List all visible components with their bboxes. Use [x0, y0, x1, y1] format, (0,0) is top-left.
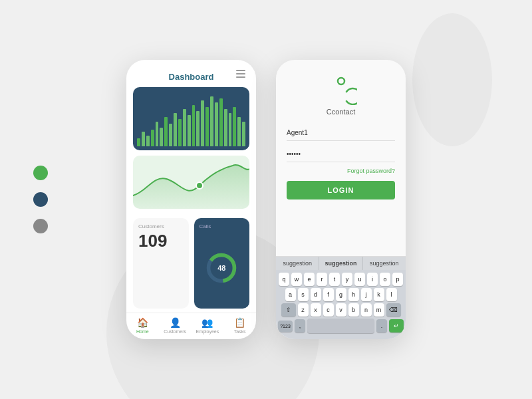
- line-chart-point: [196, 182, 203, 189]
- bar-16: [210, 96, 213, 146]
- key-d[interactable]: d: [311, 288, 321, 301]
- gray-dot: [33, 219, 48, 233]
- login-button[interactable]: LOGIN: [287, 181, 395, 200]
- calls-label: Calls: [200, 223, 245, 229]
- key-row-4: ?123 , . ↵: [278, 319, 404, 333]
- bar-14: [201, 100, 204, 146]
- bar-13: [196, 111, 200, 146]
- bar-3: [151, 130, 154, 146]
- suggestion-1[interactable]: suggestion: [276, 257, 319, 270]
- app-logo: [325, 73, 357, 105]
- key-row-3: ⇧ z x c v b n m ⌫: [278, 303, 404, 317]
- bottom-nav: 🏠 Home 👤 Customers 👥 Employees 📋 Tasks: [126, 313, 256, 339]
- dashboard-header: Dashboard: [126, 60, 256, 87]
- nav-customers-label: Customers: [164, 329, 186, 334]
- key-h[interactable]: h: [348, 288, 359, 301]
- username-input[interactable]: [287, 125, 395, 141]
- key-a[interactable]: a: [285, 288, 296, 301]
- key-c[interactable]: c: [323, 303, 334, 317]
- key-shift[interactable]: ⇧: [281, 303, 296, 317]
- forgot-password-link[interactable]: Forgot password?: [287, 168, 395, 174]
- key-space[interactable]: [307, 319, 374, 333]
- bar-10: [183, 109, 186, 146]
- key-s[interactable]: s: [298, 288, 309, 301]
- color-palette: [33, 166, 48, 233]
- line-chart-svg: [133, 156, 249, 209]
- bar-8: [174, 113, 177, 146]
- bar-6: [164, 117, 168, 146]
- bar-18: [219, 98, 223, 146]
- key-row-1: q w e r t y u i o p: [278, 273, 404, 286]
- bg-circle-right: [412, 13, 492, 146]
- login-phone: Ccontact Forgot password? LOGIN suggesti…: [276, 60, 406, 339]
- customers-card: Customers 109: [133, 218, 189, 309]
- bar-7: [169, 124, 172, 146]
- nav-tasks[interactable]: 📋 Tasks: [223, 317, 256, 334]
- bar-19: [224, 109, 227, 146]
- hamburger-line-1: [236, 70, 245, 71]
- key-x[interactable]: x: [311, 303, 321, 317]
- key-b[interactable]: b: [348, 303, 359, 317]
- bar-12: [192, 105, 196, 147]
- key-f[interactable]: f: [323, 288, 334, 301]
- key-j[interactable]: j: [361, 288, 372, 301]
- key-period[interactable]: .: [376, 319, 387, 332]
- bar-22: [237, 117, 241, 146]
- key-t[interactable]: t: [329, 273, 340, 286]
- key-y[interactable]: y: [342, 273, 352, 286]
- key-z[interactable]: z: [298, 303, 309, 317]
- key-q[interactable]: q: [279, 273, 289, 286]
- green-dot: [33, 166, 48, 180]
- nav-employees-label: Employees: [196, 329, 219, 334]
- key-backspace[interactable]: ⌫: [386, 303, 401, 317]
- key-i[interactable]: i: [367, 273, 378, 286]
- navy-dot: [33, 192, 48, 207]
- key-p[interactable]: p: [392, 273, 403, 286]
- nav-tasks-label: Tasks: [234, 329, 246, 334]
- key-m[interactable]: m: [374, 303, 384, 317]
- key-symbols[interactable]: ?123: [278, 321, 293, 332]
- key-n[interactable]: n: [361, 303, 372, 317]
- donut-chart-wrap: 48: [200, 232, 245, 303]
- hamburger-line-3: [236, 76, 245, 78]
- bar-20: [229, 113, 232, 146]
- key-v[interactable]: v: [336, 303, 346, 317]
- key-u[interactable]: u: [354, 273, 365, 286]
- line-chart: [133, 156, 249, 209]
- suggestion-2[interactable]: suggestion: [319, 257, 362, 270]
- key-w[interactable]: w: [291, 273, 302, 286]
- dashboard-phone: Dashboard: [126, 60, 256, 339]
- keyboard-suggestions: suggestion suggestion suggestion: [276, 256, 406, 270]
- nav-home-label: Home: [136, 329, 149, 334]
- app-name: Ccontact: [327, 108, 355, 116]
- key-l[interactable]: l: [386, 288, 397, 301]
- customers-value: 109: [138, 232, 184, 249]
- calls-card: Calls 48: [194, 218, 250, 309]
- key-r[interactable]: r: [317, 273, 327, 286]
- dashboard-title: Dashboard: [169, 72, 214, 82]
- key-o[interactable]: o: [380, 273, 390, 286]
- key-enter[interactable]: ↵: [389, 319, 404, 332]
- key-g[interactable]: g: [336, 288, 346, 301]
- bar-9: [178, 119, 182, 146]
- employees-icon: 👥: [201, 317, 213, 328]
- password-input[interactable]: [287, 146, 395, 162]
- hamburger-menu[interactable]: [236, 70, 245, 78]
- suggestion-3[interactable]: suggestion: [363, 257, 406, 270]
- bar-0: [137, 138, 140, 147]
- bar-1: [142, 132, 145, 146]
- login-content: Ccontact Forgot password? LOGIN: [276, 60, 406, 256]
- tasks-icon: 📋: [234, 317, 245, 328]
- key-k[interactable]: k: [374, 288, 384, 301]
- bar-21: [233, 107, 236, 146]
- nav-customers[interactable]: 👤 Customers: [159, 317, 192, 334]
- nav-employees[interactable]: 👥 Employees: [192, 317, 224, 334]
- bar-2: [146, 136, 150, 146]
- bar-17: [215, 102, 218, 146]
- bar-chart: [133, 87, 249, 150]
- key-row-2: a s d f g h j k l: [278, 288, 404, 301]
- customers-icon: 👤: [170, 317, 181, 328]
- key-comma[interactable]: ,: [295, 319, 305, 332]
- nav-home[interactable]: 🏠 Home: [126, 317, 159, 334]
- key-e[interactable]: e: [304, 273, 315, 286]
